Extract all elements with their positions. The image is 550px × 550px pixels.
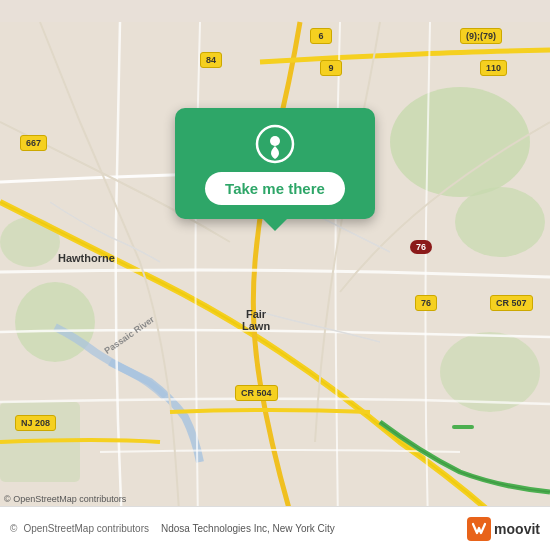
osm-copyright: © — [10, 523, 17, 534]
route-badge-9a: 9 — [320, 60, 342, 76]
osm-contributors: OpenStreetMap contributors — [23, 523, 149, 534]
svg-point-3 — [15, 282, 95, 362]
moovit-text: moovit — [494, 521, 540, 537]
route-badge-667: 667 — [20, 135, 47, 151]
route-badge-6a: 6 — [310, 28, 332, 44]
route-badge-84: 84 — [200, 52, 222, 68]
hawthorne-label: Hawthorne — [58, 252, 115, 264]
place-title: Ndosa Technologies Inc, New York City — [161, 523, 335, 534]
moovit-logo: moovit — [467, 517, 540, 541]
moovit-icon — [467, 517, 491, 541]
route-badge-76a: 76 — [415, 295, 437, 311]
route-badge-9-79: 76 — [410, 240, 432, 254]
map-container: 84 667 9 6 110 (9);(79) 76 76 CR 507 CR … — [0, 0, 550, 550]
route-badge-cr507: CR 504 — [235, 385, 278, 401]
route-badge-110: (9);(79) — [460, 28, 502, 44]
take-me-there-button[interactable]: Take me there — [205, 172, 345, 205]
route-badge-nj208 — [452, 425, 474, 429]
bottom-bar: © OpenStreetMap contributors Ndosa Techn… — [0, 506, 550, 550]
location-pin-icon — [255, 124, 295, 164]
map-copyright: © OpenStreetMap contributors — [4, 494, 126, 504]
fair-lawn-label: Fair Lawn — [242, 308, 270, 332]
svg-point-2 — [455, 187, 545, 257]
svg-point-8 — [270, 136, 280, 146]
route-badge-6b: 110 — [480, 60, 507, 76]
route-badge-cr504: NJ 208 — [15, 415, 56, 431]
route-badge-76b: CR 507 — [490, 295, 533, 311]
bottom-bar-left: © OpenStreetMap contributors Ndosa Techn… — [10, 523, 467, 534]
popup-card: Take me there — [175, 108, 375, 219]
